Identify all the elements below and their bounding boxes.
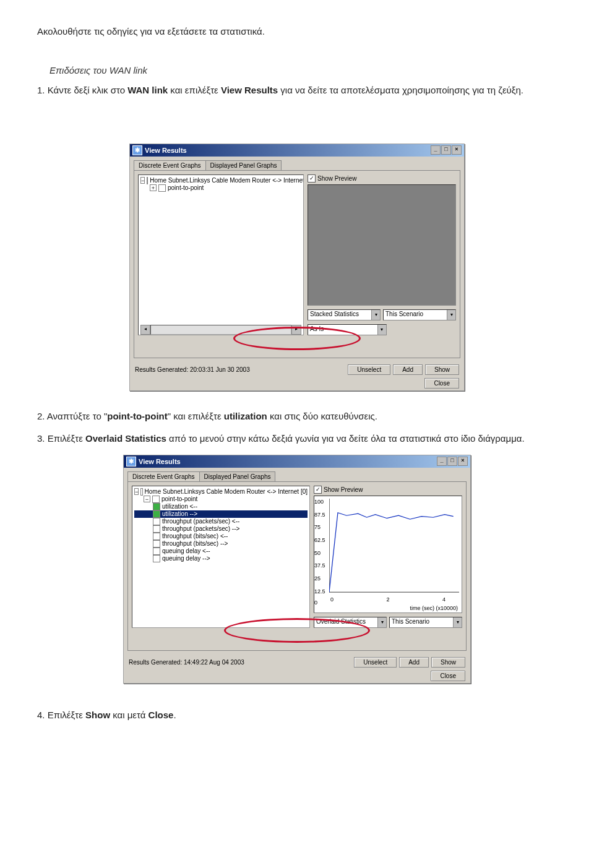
scenario-dropdown[interactable]: This Scenario ▾	[383, 309, 456, 320]
unselect-button[interactable]: Unselect	[354, 657, 397, 668]
tree-item[interactable]: throughput (packets/sec) -->	[162, 525, 239, 532]
y-tick: 0	[314, 599, 317, 606]
tree-checkbox[interactable]	[153, 533, 160, 540]
close-window-button[interactable]: ×	[452, 145, 462, 155]
chevron-down-icon[interactable]: ▾	[377, 617, 386, 627]
tab-discrete-event-graphs[interactable]: Discrete Event Graphs	[127, 471, 200, 481]
dropdown-value: Overlaid Statistics	[316, 618, 366, 625]
tree-checkbox[interactable]	[158, 184, 166, 192]
y-tick: 100	[314, 499, 324, 505]
scenario-dropdown[interactable]: This Scenario ▾	[389, 617, 462, 628]
titlebar[interactable]: ✱ View Results _ □ ×	[130, 144, 464, 157]
chevron-down-icon[interactable]: ▾	[371, 310, 380, 320]
step-1: 1. Κάντε δεξί κλικ στο WAN link και επιλ…	[37, 84, 557, 98]
close-button[interactable]: Close	[424, 378, 459, 389]
step3-pre: 3. Επιλέξτε	[37, 433, 85, 444]
chevron-down-icon[interactable]: ▾	[447, 310, 455, 320]
app-icon: ✱	[132, 145, 142, 155]
dropdown-value: Stacked Statistics	[310, 311, 359, 317]
step2-post: και στις δύο κατευθύνσεις.	[267, 411, 377, 421]
step4-term1: Show	[85, 710, 110, 720]
tree-item[interactable]: throughput (packets/sec) <--	[162, 518, 239, 525]
step1-term1: WAN link	[127, 85, 168, 95]
show-preview-label: Show Preview	[324, 486, 363, 493]
maximize-button[interactable]: □	[441, 145, 451, 155]
tree-checkbox-checked[interactable]	[153, 503, 160, 510]
stats-tree[interactable]: − Home Subnet.Linksys Cable Modem Router…	[138, 174, 304, 335]
add-button[interactable]: Add	[399, 657, 429, 668]
collapse-icon[interactable]: −	[134, 488, 139, 495]
chart-svg	[329, 499, 459, 595]
expand-icon[interactable]: +	[150, 184, 157, 191]
close-window-button[interactable]: ×	[458, 457, 468, 466]
y-tick: 25	[314, 575, 321, 582]
tree-item-ptp[interactable]: point-to-point	[168, 184, 204, 191]
step2-mid: " και επιλέξτε	[168, 411, 224, 421]
x-tick: 2	[386, 596, 389, 603]
chevron-down-icon[interactable]: ▾	[453, 617, 462, 627]
tree-root[interactable]: Home Subnet.Linksys Cable Modem Router <…	[145, 488, 308, 495]
tree-checkbox[interactable]	[153, 555, 160, 562]
tree-checkbox[interactable]	[153, 518, 160, 525]
add-button[interactable]: Add	[393, 364, 423, 375]
y-tick: 12.5	[314, 588, 325, 595]
step2-term1: point-to-point	[107, 411, 167, 421]
tree-checkbox[interactable]	[153, 525, 160, 533]
tree-item[interactable]: throughput (bits/sec) -->	[162, 540, 228, 547]
overlay-mode-dropdown[interactable]: Overlaid Statistics ▾	[314, 617, 387, 628]
chevron-down-icon[interactable]: ▾	[377, 325, 386, 335]
show-button[interactable]: Show	[425, 364, 459, 375]
show-button[interactable]: Show	[431, 657, 465, 668]
asis-dropdown[interactable]: As Is ▾	[308, 324, 387, 335]
tab-displayed-panel-graphs[interactable]: Displayed Panel Graphs	[205, 160, 282, 170]
minimize-button[interactable]: _	[431, 145, 441, 155]
step4-term2: Close	[148, 710, 174, 720]
x-tick: 0	[330, 596, 334, 603]
overlay-mode-dropdown[interactable]: Stacked Statistics ▾	[308, 309, 381, 320]
step3-term1: Overlaid Statistics	[85, 433, 166, 444]
app-icon: ✱	[126, 457, 136, 466]
titlebar[interactable]: ✱ View Results _ □ ×	[124, 455, 470, 468]
tree-checkbox[interactable]	[147, 177, 148, 184]
minimize-button[interactable]: _	[437, 457, 447, 466]
scroll-track[interactable]	[150, 325, 291, 335]
step1-term2: View Results	[221, 85, 278, 95]
tree-item-ptp[interactable]: point-to-point	[161, 496, 197, 502]
step2-pre: 2. Αναπτύξτε το "	[37, 411, 107, 421]
tab-discrete-event-graphs[interactable]: Discrete Event Graphs	[134, 160, 206, 170]
x-tick: 4	[442, 596, 446, 603]
preview-pane	[308, 184, 456, 306]
tree-checkbox[interactable]	[152, 496, 160, 503]
tree-item[interactable]: throughput (bits/sec) <--	[162, 533, 228, 539]
scroll-left-button[interactable]: ◂	[140, 325, 150, 335]
tree-item[interactable]: queuing delay <--	[162, 548, 210, 554]
step1-pre: 1. Κάντε δεξί κλικ στο	[37, 85, 127, 95]
close-button[interactable]: Close	[431, 671, 465, 681]
tab-displayed-panel-graphs[interactable]: Displayed Panel Graphs	[199, 471, 276, 481]
step4-post: .	[173, 710, 176, 720]
tree-checkbox[interactable]	[140, 488, 142, 496]
results-generated-text: Results Generated: 20:03:31 Jun 30 2003	[135, 366, 250, 373]
dropdown-value: This Scenario	[385, 311, 423, 317]
tree-item-selected[interactable]: utilization -->	[162, 510, 197, 517]
tree-item[interactable]: utilization <--	[162, 503, 197, 510]
step1-mid: και επιλέξτε	[168, 85, 221, 95]
step-2: 2. Αναπτύξτε το "point-to-point" και επι…	[37, 410, 557, 424]
stats-tree[interactable]: − Home Subnet.Linksys Cable Modem Router…	[132, 486, 310, 628]
intro-text: Ακολουθήστε τις οδηγίες για να εξετάσετε…	[37, 25, 557, 39]
step3-post: από το μενού στην κάτω δεξιά γωνία για ν…	[166, 433, 525, 444]
show-preview-checkbox[interactable]: ✓	[314, 486, 322, 494]
tree-checkbox[interactable]	[153, 548, 160, 555]
unselect-button[interactable]: Unselect	[348, 364, 390, 375]
tree-checkbox[interactable]	[153, 540, 160, 548]
expand-icon[interactable]: −	[140, 177, 145, 184]
step-4: 4. Επιλέξτε Show και μετά Close.	[37, 708, 557, 723]
scroll-right-button[interactable]: ▸	[291, 325, 301, 335]
section-heading: Επιδόσεις του WAN link	[50, 64, 557, 78]
tree-checkbox-checked[interactable]	[153, 510, 160, 518]
collapse-icon[interactable]: −	[144, 496, 150, 502]
tree-root[interactable]: Home Subnet.Linksys Cable Modem Router <…	[150, 177, 304, 184]
maximize-button[interactable]: □	[447, 457, 457, 466]
tree-item[interactable]: queuing delay -->	[162, 555, 210, 562]
show-preview-checkbox[interactable]: ✓	[308, 174, 316, 183]
